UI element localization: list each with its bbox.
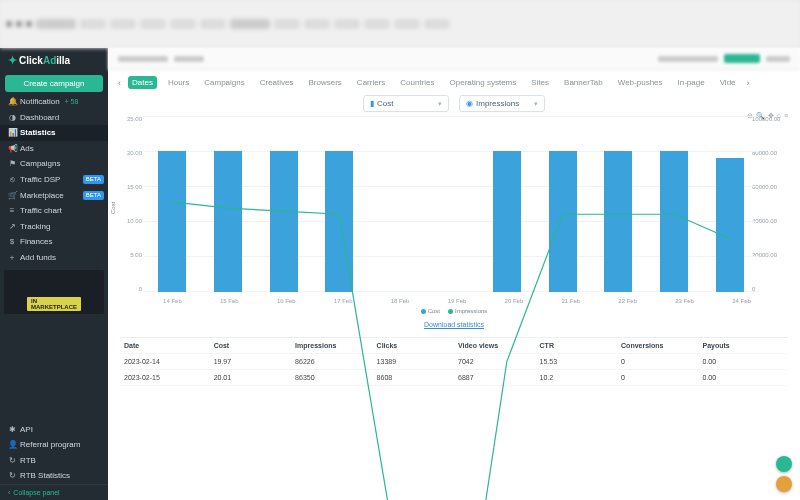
sidebar: ✦ ClickAdilla Create campaign 🔔Notificat… xyxy=(0,48,108,500)
sidebar-item-label: Traffic chart xyxy=(20,206,62,216)
sidebar-icon: $ xyxy=(8,237,16,247)
sidebar-icon: ↻ xyxy=(8,471,16,481)
sidebar-item-referral-program[interactable]: 👤Referral program xyxy=(0,437,108,453)
sidebar-item-dashboard[interactable]: ◑Dashboard xyxy=(0,110,108,126)
tab-sites[interactable]: Sites xyxy=(527,76,553,89)
sidebar-item-label: Traffic DSP xyxy=(20,175,60,185)
stats-chart: ⊖ 🔍 ✥ ⌂ ≡ Cost Impressions 25.0020.0015.… xyxy=(120,116,788,306)
collapse-panel-button[interactable]: ‹ Collapse panel xyxy=(0,484,108,500)
metric-dropdown-cost[interactable]: ▮Cost ▾ xyxy=(363,95,449,112)
tabs-scroll-right[interactable]: › xyxy=(747,78,750,88)
tab-countries[interactable]: Countries xyxy=(396,76,438,89)
stats-tabs: ‹ DatesHoursCampaignsCreativesBrowsersCa… xyxy=(108,70,800,93)
sidebar-icon: ◑ xyxy=(8,113,16,123)
sidebar-item-finances[interactable]: $Finances xyxy=(0,234,108,250)
tab-vide[interactable]: Vide xyxy=(716,76,740,89)
beta-badge: BETA xyxy=(83,191,104,200)
sidebar-item-label: Statistics xyxy=(20,128,56,138)
tab-campaigns[interactable]: Campaigns xyxy=(200,76,248,89)
sidebar-item-label: Add funds xyxy=(20,253,56,263)
sidebar-item-traffic-dsp[interactable]: ⎋Traffic DSPBETA xyxy=(0,172,108,188)
tab-browsers[interactable]: Browsers xyxy=(305,76,346,89)
chevron-down-icon: ▾ xyxy=(438,100,442,108)
sidebar-item-add-funds[interactable]: ＋Add funds xyxy=(0,250,108,266)
sidebar-item-rtb-statistics[interactable]: ↻RTB Statistics xyxy=(0,468,108,484)
top-controls-bar xyxy=(108,48,800,70)
sidebar-item-rtb[interactable]: ↻RTB xyxy=(0,453,108,469)
tab-bannertab[interactable]: BannerTab xyxy=(560,76,607,89)
sidebar-item-campaigns[interactable]: ⚑Campaigns xyxy=(0,156,108,172)
brand-logo: ✦ ClickAdilla xyxy=(0,48,108,73)
help-fab[interactable] xyxy=(776,476,792,492)
sidebar-item-label: Referral program xyxy=(20,440,80,450)
create-campaign-button[interactable]: Create campaign xyxy=(5,75,103,92)
logo-icon: ✦ xyxy=(8,54,17,67)
y-axis-label: Cost xyxy=(110,202,116,214)
tab-creatives[interactable]: Creatives xyxy=(256,76,298,89)
sidebar-icon: ✱ xyxy=(8,425,16,435)
sidebar-item-label: Tracking xyxy=(20,222,50,232)
beta-badge: BETA xyxy=(83,175,104,184)
promo-tag: IN MARKETPLACE xyxy=(27,297,81,311)
eye-icon: ◉ xyxy=(466,99,473,108)
sidebar-item-label: Notification xyxy=(20,97,60,107)
sidebar-item-api[interactable]: ✱API xyxy=(0,422,108,438)
sidebar-icon: ⎋ xyxy=(8,175,16,185)
metric-dropdown-impressions[interactable]: ◉Impressions ▾ xyxy=(459,95,545,112)
sidebar-item-notification[interactable]: 🔔Notification+ 58 xyxy=(0,94,108,110)
sidebar-icon: 👤 xyxy=(8,440,16,450)
sidebar-icon: 📢 xyxy=(8,144,16,154)
sidebar-item-statistics[interactable]: 📊Statistics xyxy=(0,125,108,141)
tab-carriers[interactable]: Carriers xyxy=(353,76,389,89)
floating-actions xyxy=(776,456,792,492)
tab-operating-systems[interactable]: Operating systems xyxy=(446,76,521,89)
sidebar-item-label: Ads xyxy=(20,144,34,154)
browser-chrome xyxy=(0,0,800,48)
tabs-scroll-left[interactable]: ‹ xyxy=(118,78,121,88)
sidebar-item-label: Marketplace xyxy=(20,191,64,201)
sidebar-icon: ＋ xyxy=(8,253,16,263)
sidebar-item-label: Campaigns xyxy=(20,159,60,169)
sidebar-icon: ⚑ xyxy=(8,159,16,169)
sidebar-icon: ↻ xyxy=(8,456,16,466)
chart-icon: ▮ xyxy=(370,99,374,108)
sidebar-icon: 📊 xyxy=(8,128,16,138)
sidebar-item-traffic-chart[interactable]: ≡Traffic chart xyxy=(0,203,108,219)
sidebar-item-label: RTB Statistics xyxy=(20,471,70,481)
sidebar-item-label: API xyxy=(20,425,33,435)
sidebar-item-ads[interactable]: 📢Ads xyxy=(0,141,108,157)
sidebar-item-tracking[interactable]: ↗Tracking xyxy=(0,219,108,235)
tab-hours[interactable]: Hours xyxy=(164,76,193,89)
notification-count: + 58 xyxy=(65,98,79,106)
tab-in-page[interactable]: In-page xyxy=(674,76,709,89)
promo-card[interactable]: IN MARKETPLACE xyxy=(4,270,104,314)
sidebar-icon: 🔔 xyxy=(8,97,16,107)
chat-fab[interactable] xyxy=(776,456,792,472)
tab-web-pushes[interactable]: Web-pushes xyxy=(614,76,667,89)
sidebar-item-label: Finances xyxy=(20,237,52,247)
sidebar-icon: ↗ xyxy=(8,222,16,232)
chevron-down-icon: ▾ xyxy=(534,100,538,108)
tab-dates[interactable]: Dates xyxy=(128,76,157,89)
sidebar-icon: ≡ xyxy=(8,206,16,216)
sidebar-item-marketplace[interactable]: 🛒MarketplaceBETA xyxy=(0,188,108,204)
sidebar-item-label: Dashboard xyxy=(20,113,59,123)
chevron-left-icon: ‹ xyxy=(8,489,10,496)
sidebar-item-label: RTB xyxy=(20,456,36,466)
sidebar-icon: 🛒 xyxy=(8,191,16,201)
main-content: ‹ DatesHoursCampaignsCreativesBrowsersCa… xyxy=(108,48,800,500)
